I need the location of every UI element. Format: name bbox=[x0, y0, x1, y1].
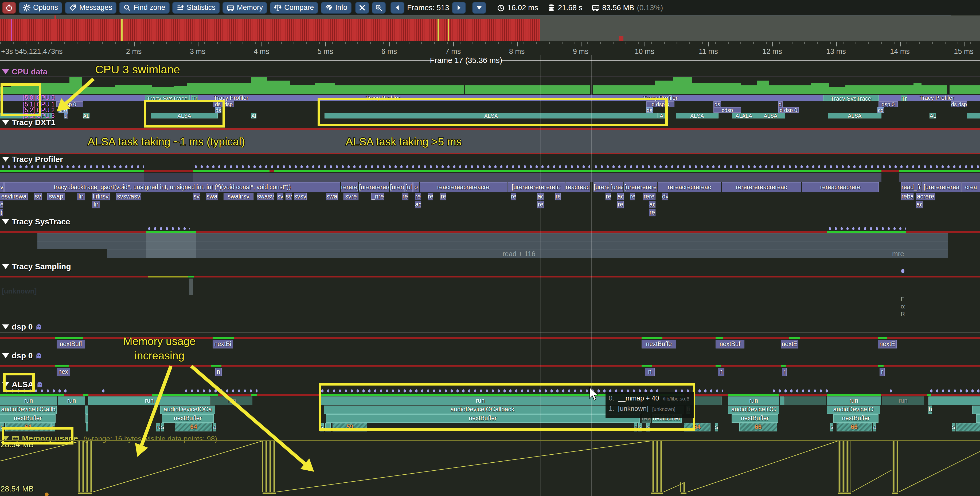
profiler-zone[interactable]: ac bbox=[916, 201, 923, 208]
alsa-child-zone[interactable]: s bbox=[715, 423, 718, 431]
alsa-callback-zone[interactable]: audioDeviceIO bbox=[827, 406, 880, 414]
profiler-zone[interactable]: [urererererea bbox=[921, 182, 962, 192]
dsp-zone[interactable]: n bbox=[645, 368, 655, 376]
cpu1-zone[interactable]: dsp 0 bbox=[56, 101, 83, 107]
alsa-run-zone[interactable]: run bbox=[88, 396, 210, 405]
cpu3-zone[interactable]: ALALA bbox=[732, 113, 756, 119]
alsa-callback-zone[interactable]: audioDeviceIOCa bbox=[160, 406, 215, 414]
find-zone-button[interactable]: Find zone bbox=[119, 2, 170, 14]
profiler-zone[interactable]: sv bbox=[193, 193, 200, 200]
cpu1-zone[interactable]: dsp 0 bbox=[878, 101, 898, 107]
profiler-zone[interactable]: reacrereacrereacre bbox=[420, 182, 507, 192]
cpu3-zone[interactable]: AL bbox=[251, 113, 256, 119]
cpu3-zone[interactable]: AL bbox=[929, 113, 936, 119]
frames-overview-strip[interactable] bbox=[0, 16, 980, 41]
profiler-zone[interactable]: e bbox=[0, 201, 3, 208]
profiler-zone[interactable]: [urereac bbox=[390, 182, 404, 192]
profiler-zone[interactable]: esvlirswa bbox=[0, 193, 28, 200]
section-header-profiler[interactable]: Tracy Profiler bbox=[2, 155, 63, 164]
profiler-zone[interactable]: rereacreacrere bbox=[802, 182, 879, 192]
dsp-zone[interactable]: nextE bbox=[781, 340, 799, 349]
dsp-zone[interactable]: nextBufl bbox=[57, 340, 85, 349]
alsa-child-zone[interactable]: 66 bbox=[837, 423, 872, 431]
alsa-run-zone[interactable] bbox=[780, 396, 784, 405]
alsa-child-zone[interactable]: 66 bbox=[739, 423, 777, 431]
alsa-run-zone[interactable]: run bbox=[0, 396, 57, 405]
next-frame-button[interactable] bbox=[452, 2, 466, 14]
cpu2-zone[interactable]: cdsp bbox=[713, 107, 741, 113]
profiler-zone[interactable]: ac bbox=[617, 193, 624, 200]
profiler-zone[interactable]: swa bbox=[206, 193, 218, 200]
alsa-nextbuffer-zone[interactable]: nextBuffer bbox=[162, 414, 214, 423]
cpu2-zone[interactable]: p 0 bbox=[59, 107, 68, 113]
profiler-zone[interactable]: [ureac bbox=[610, 182, 624, 192]
memory-button[interactable]: Memory bbox=[223, 2, 267, 14]
profiler-zone[interactable]: rerererereacrereac bbox=[722, 182, 801, 192]
profiler-zone[interactable]: re bbox=[630, 193, 635, 200]
section-header-sampling[interactable]: Tracy Sampling bbox=[2, 262, 71, 271]
cpu1-zone[interactable]: ds bbox=[713, 101, 721, 107]
alsa-child-zone[interactable]: s bbox=[161, 423, 164, 431]
alsa-run-zone[interactable]: run bbox=[211, 396, 252, 405]
dsp-zone[interactable]: r bbox=[880, 368, 885, 376]
profiler-zone[interactable]: rere bbox=[643, 193, 655, 200]
dsp-zone[interactable]: nextBi bbox=[213, 340, 233, 349]
cpu3-zone[interactable]: ALS bbox=[83, 113, 89, 119]
profiler-zone[interactable]: svre bbox=[344, 193, 358, 200]
section-header-systrace[interactable]: Tracy SysTrace bbox=[2, 217, 70, 226]
alsa-nextbuffer-zone[interactable]: nextBuffer bbox=[732, 414, 778, 423]
profiler-zone[interactable]: _nre bbox=[371, 193, 384, 200]
alsa-callback-zone[interactable] bbox=[972, 406, 980, 414]
cpu1-zone[interactable]: ds dsp 0 bbox=[951, 101, 967, 107]
alsa-child-zone[interactable]: re bbox=[156, 423, 160, 431]
profiler-zone[interactable]: ( bbox=[0, 209, 3, 216]
alsa-run-zone[interactable] bbox=[928, 396, 980, 405]
cpu3-zone[interactable]: ALSA bbox=[676, 113, 719, 119]
alsa-callback-zone[interactable]: b bbox=[928, 406, 932, 414]
profiler-zone[interactable]: lir bbox=[77, 193, 85, 200]
cpu2-zone[interactable]: d dsp 0 bbox=[778, 107, 799, 113]
profiler-zone[interactable]: read_fre bbox=[901, 182, 921, 192]
cpu1-zone[interactable]: dsp 0 bbox=[224, 101, 234, 107]
profiler-zone[interactable]: o bbox=[413, 182, 419, 192]
profiler-zone[interactable]: reacreacreac bbox=[565, 182, 590, 192]
info-button[interactable]: Info bbox=[321, 2, 352, 14]
profiler-zone[interactable]: rerere_n bbox=[341, 182, 358, 192]
profiler-zone[interactable]: svsv bbox=[294, 193, 307, 200]
profiler-zone[interactable]: sv bbox=[286, 193, 292, 200]
zoom-search-button[interactable] bbox=[372, 2, 386, 14]
alsa-callback-zone[interactable]: audioDeviceIOC bbox=[728, 406, 779, 414]
profiler-zone[interactable]: tracy::backtrace_qsort(void*, unsigned i… bbox=[4, 182, 340, 192]
prev-frame-button[interactable] bbox=[390, 2, 404, 14]
cpu0-zone[interactable]: Tracy SysTrace bbox=[823, 95, 879, 101]
cpu3-zone[interactable]: ALSA bbox=[828, 113, 881, 119]
profiler-zone[interactable]: re bbox=[402, 193, 409, 200]
dsp-zone[interactable]: nextBuf bbox=[716, 340, 745, 349]
alsa-nextbuffer-zone[interactable] bbox=[86, 414, 88, 423]
profiler-zone[interactable]: sv bbox=[277, 193, 283, 200]
dsp-zone[interactable]: nextE bbox=[878, 340, 897, 349]
profiler-zone[interactable]: re bbox=[441, 193, 446, 200]
alsa-child-zone[interactable]: s bbox=[952, 423, 955, 431]
alsa-run-zone[interactable]: run bbox=[827, 396, 881, 405]
profiler-zone[interactable]: [urererererere bbox=[359, 182, 389, 192]
tools-button[interactable] bbox=[355, 2, 369, 14]
profiler-zone[interactable]: re bbox=[617, 201, 624, 208]
options-button[interactable]: Options bbox=[19, 2, 62, 14]
profiler-zone[interactable]: re bbox=[606, 193, 611, 200]
cpu0-zone[interactable]: Tr bbox=[901, 95, 907, 101]
profiler-zone[interactable]: [urerere bbox=[593, 182, 609, 192]
alsa-nextbuffer-zone[interactable]: nextBuffer bbox=[0, 414, 56, 423]
profiler-zone[interactable]: ac bbox=[415, 201, 421, 208]
alsa-child-zone[interactable] bbox=[956, 423, 980, 431]
compare-button[interactable]: Compare bbox=[270, 2, 318, 14]
statistics-button[interactable]: Statistics bbox=[172, 2, 220, 14]
profiler-zone[interactable]: acrere bbox=[916, 193, 935, 200]
alsa-run-zone[interactable]: run bbox=[728, 396, 779, 405]
alsa-run-zone[interactable]: run bbox=[58, 396, 85, 405]
profiler-zone[interactable]: sv bbox=[34, 193, 42, 200]
section-header-dsp0-second[interactable]: dsp 0 bbox=[2, 351, 42, 360]
profiler-zone[interactable]: swa bbox=[326, 193, 337, 200]
profiler-zone[interactable]: svswasv bbox=[116, 193, 141, 200]
dsp-zone[interactable]: n bbox=[718, 368, 724, 376]
